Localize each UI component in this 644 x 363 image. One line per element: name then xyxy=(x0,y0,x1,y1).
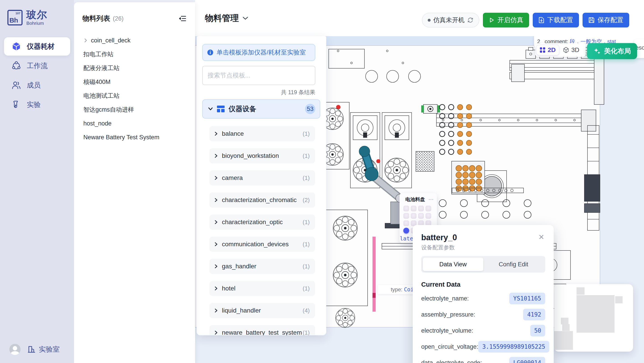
chevron-right-icon xyxy=(83,38,88,43)
category-row-characterization-optic[interactable]: characterization_optic(1) xyxy=(210,215,315,230)
user-avatar[interactable] xyxy=(10,344,20,355)
template-search xyxy=(202,66,315,85)
sidebar-item-instruments[interactable]: 仪器耗材 xyxy=(4,37,70,56)
material-item-coin-cell-deck[interactable]: coin_cell_deck xyxy=(83,33,195,47)
sidebar-item-label: 成员 xyxy=(27,81,41,90)
tab-config-edit[interactable]: Config Edit xyxy=(483,258,544,271)
sidebar-item-label: 仪器耗材 xyxy=(27,42,54,51)
save-config-label: 保存配置 xyxy=(598,16,624,24)
brand-name: 玻尔 xyxy=(26,10,47,20)
tray-slot[interactable] xyxy=(418,206,424,211)
bohrium-logo[interactable]: 107 Bh 玻尔 Bohrium xyxy=(7,10,47,26)
toggle-2d-button[interactable]: 2D xyxy=(536,45,559,55)
download-config-button[interactable]: 下载配置 xyxy=(533,13,579,27)
tray-slot[interactable] xyxy=(403,206,409,211)
popup-subtitle: 设备配置参数 xyxy=(421,244,545,251)
chevron-right-icon xyxy=(214,154,218,158)
hint-banner: 单击模板添加仪器/耗材至实验室 xyxy=(202,44,315,61)
sidebar-item-members[interactable]: 成员 xyxy=(4,76,70,94)
toggle-3d-button[interactable]: 3D xyxy=(560,45,582,55)
device-config-popup: battery_0 ✕ 设备配置参数 Data View Config Edit… xyxy=(413,225,554,363)
chevron-right-icon xyxy=(214,308,218,313)
category-row-gas-handler[interactable]: gas_handler(1) xyxy=(210,259,315,274)
category-row-bioyond-workstation[interactable]: bioyond_workstation(1) xyxy=(210,148,315,163)
brand-subname: Bohrium xyxy=(26,20,47,26)
category-row-camera[interactable]: camera(1) xyxy=(210,170,315,186)
materials-list-count: (26) xyxy=(113,15,179,22)
field-value: 4192 xyxy=(523,309,545,320)
tray-slot-selected-battery-0[interactable] xyxy=(403,228,409,234)
template-search-input[interactable] xyxy=(203,72,315,79)
field-label: assembly_pressure: xyxy=(421,311,475,318)
tray-slot[interactable] xyxy=(403,220,409,226)
app-root: 2 _comment: 段，一般为空，stat 固定 2D 3D xyxy=(0,0,644,363)
category-row-communication-devices[interactable]: communication_devices(1) xyxy=(210,237,315,252)
devices-grid-icon xyxy=(217,106,224,112)
current-data-heading: Current Data xyxy=(421,281,545,288)
app-sidebar: 107 Bh 玻尔 Bohrium 仪器耗材 工作流 xyxy=(0,0,74,363)
building-icon xyxy=(27,345,36,354)
category-row-characterization-chromatic[interactable]: characterization_chromatic(2) xyxy=(210,192,315,208)
beautify-layout-label: 美化布局 xyxy=(604,47,631,56)
page-title: 物料管理 xyxy=(205,12,239,24)
material-item[interactable]: Neware Battery Test System xyxy=(83,130,195,144)
material-item[interactable]: 扣电工作站 xyxy=(83,47,195,61)
status-label: 仿真未开机 xyxy=(433,16,464,24)
tray-slot[interactable] xyxy=(403,213,409,219)
category-row-neware-battery-test-system[interactable]: neware_battery_test_system(1) xyxy=(210,325,315,335)
info-icon xyxy=(207,49,214,56)
refresh-icon[interactable] xyxy=(467,17,474,23)
sidebar-item-experiments[interactable]: 实验 xyxy=(4,95,70,114)
play-icon xyxy=(489,17,494,23)
popup-title: battery_0 xyxy=(421,233,538,242)
tray-slot[interactable] xyxy=(426,213,431,219)
material-item[interactable]: host_node xyxy=(83,116,195,130)
field-open-circuit-voltage: open_circuit_voltage: 3.1559998989105225 xyxy=(421,341,545,353)
material-item[interactable]: 核磁400M xyxy=(83,75,195,89)
materials-list-panel: 物料列表 (26) coin_cell_deck 扣电工作站 配液分液工站 核磁… xyxy=(74,2,195,363)
tray-slot[interactable] xyxy=(426,206,431,211)
material-item[interactable]: 电池测试工站 xyxy=(83,89,195,103)
close-icon[interactable]: ✕ xyxy=(538,233,545,242)
cube-icon xyxy=(12,42,21,51)
tray-slot[interactable] xyxy=(411,206,416,211)
tray-menu-dots-icon[interactable]: ••• xyxy=(428,198,434,202)
category-row-hotel[interactable]: hotel(1) xyxy=(210,281,315,296)
materials-list-title: 物料列表 xyxy=(82,14,110,23)
sidebar-item-label: 工作流 xyxy=(27,61,48,70)
field-value: LG000014 xyxy=(509,357,545,363)
simulation-status-pill[interactable]: 仿真未开机 xyxy=(422,13,479,27)
start-simulation-button[interactable]: 开启仿真 xyxy=(483,13,529,27)
toggle-2d-label: 2D xyxy=(548,46,556,53)
tab-data-view[interactable]: Data View xyxy=(423,258,483,271)
grid-2d-icon xyxy=(540,47,546,53)
save-config-button[interactable]: 保存配置 xyxy=(582,13,629,27)
tray-slot[interactable] xyxy=(418,213,424,219)
tray-slot[interactable] xyxy=(411,213,416,219)
node-template-panel: 单击模板添加仪器/耗材至实验室 共 119 条结果 仪器设备 53 balanc… xyxy=(197,36,326,335)
toggle-3d-label: 3D xyxy=(572,46,580,53)
collapse-panel-icon[interactable] xyxy=(179,15,186,22)
category-row-liquid-handler[interactable]: liquid_handler(4) xyxy=(210,303,315,318)
chevron-down-icon xyxy=(242,16,248,20)
material-item[interactable]: 智达gcms自动进样 xyxy=(83,103,195,116)
sidebar-item-workflow[interactable]: 工作流 xyxy=(4,57,70,75)
members-icon xyxy=(12,81,21,90)
category-row-balance[interactable]: balance(1) xyxy=(210,126,315,141)
lab-switcher[interactable]: 实验室 xyxy=(27,345,60,354)
page-title-menu[interactable]: 物料管理 xyxy=(205,12,248,24)
material-item[interactable]: 配液分液工站 xyxy=(83,61,195,75)
test-tube-icon xyxy=(12,100,21,109)
category-group-instruments[interactable]: 仪器设备 53 xyxy=(202,99,320,119)
workflow-icon xyxy=(12,61,21,70)
minimap[interactable] xyxy=(554,284,633,352)
download-config-label: 下载配置 xyxy=(547,16,573,24)
chevron-right-icon xyxy=(214,220,218,224)
battery-tray-title: 电池料盘 xyxy=(405,196,428,203)
lab-switcher-label: 实验室 xyxy=(39,345,60,354)
view-mode-toggle: 2D 3D xyxy=(535,43,586,57)
save-icon xyxy=(588,17,594,23)
cube-3d-icon xyxy=(563,47,569,53)
beautify-layout-button[interactable]: 美化布局 xyxy=(587,43,637,59)
plate-label-fragment: late xyxy=(400,235,413,242)
